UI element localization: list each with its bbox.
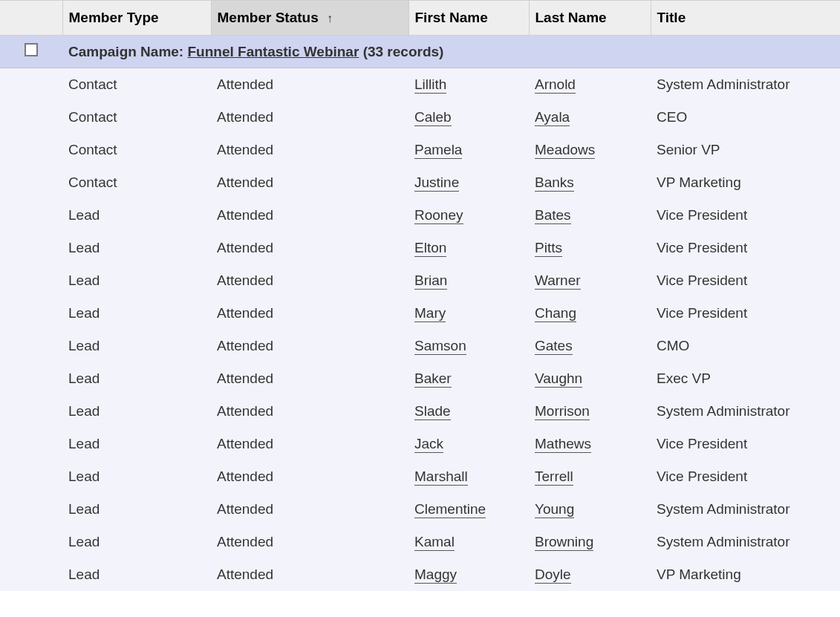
group-name-link[interactable]: Funnel Fantastic Webinar (187, 44, 359, 59)
cell-last-name: Bates (529, 199, 651, 232)
first-name-link[interactable]: Rooney (414, 207, 463, 224)
first-name-link[interactable]: Justine (414, 174, 459, 192)
last-name-link[interactable]: Mathews (535, 436, 591, 453)
cell-last-name: Ayala (529, 101, 651, 134)
group-checkbox[interactable] (25, 43, 38, 56)
last-name-link[interactable]: Warner (535, 272, 581, 290)
table-header-row: Member Type Member Status ↑ First Name L… (0, 1, 840, 36)
first-name-link[interactable]: Slade (414, 403, 451, 420)
last-name-link[interactable]: Young (535, 501, 574, 518)
first-name-link[interactable]: Kamal (414, 534, 455, 551)
last-name-link[interactable]: Vaughn (535, 370, 582, 388)
cell-first-name: Pamela (408, 134, 529, 166)
first-name-link[interactable]: Maggy (414, 567, 457, 584)
row-checkbox-cell (0, 526, 62, 558)
last-name-link[interactable]: Arnold (535, 76, 576, 94)
first-name-link[interactable]: Samson (414, 338, 466, 355)
cell-title: CEO (651, 101, 840, 134)
cell-title: Vice President (651, 232, 840, 264)
cell-last-name: Vaughn (529, 362, 651, 395)
cell-member-type: Lead (62, 526, 211, 558)
cell-title: System Administrator (651, 493, 840, 526)
cell-member-type: Lead (62, 362, 211, 395)
row-checkbox-cell (0, 558, 62, 591)
cell-last-name: Doyle (529, 558, 651, 591)
cell-first-name: Jack (408, 428, 529, 460)
cell-last-name: Chang (529, 297, 651, 330)
cell-title: VP Marketing (651, 166, 840, 199)
first-name-link[interactable]: Lillith (414, 76, 446, 94)
cell-last-name: Warner (529, 264, 651, 297)
cell-title: Vice President (651, 460, 840, 493)
cell-member-type: Contact (62, 68, 211, 102)
last-name-link[interactable]: Gates (535, 338, 573, 355)
cell-title: System Administrator (651, 526, 840, 558)
cell-title: VP Marketing (651, 558, 840, 591)
first-name-link[interactable]: Pamela (414, 142, 462, 159)
col-first-name[interactable]: First Name (408, 1, 529, 36)
last-name-link[interactable]: Pitts (535, 240, 562, 257)
first-name-link[interactable]: Brian (414, 272, 447, 290)
last-name-link[interactable]: Banks (535, 174, 574, 192)
cell-title: CMO (651, 330, 840, 362)
cell-title: Senior VP (651, 134, 840, 166)
first-name-link[interactable]: Caleb (414, 109, 452, 126)
last-name-link[interactable]: Meadows (535, 142, 595, 159)
first-name-link[interactable]: Marshall (414, 469, 468, 486)
cell-member-status: Attended (211, 558, 408, 591)
table-row: ContactAttendedLillithArnoldSystem Admin… (0, 68, 840, 102)
cell-title: System Administrator (651, 68, 840, 102)
cell-member-type: Lead (62, 264, 211, 297)
cell-member-status: Attended (211, 493, 408, 526)
last-name-link[interactable]: Terrell (535, 469, 573, 486)
report-table: Member Type Member Status ↑ First Name L… (0, 0, 840, 591)
first-name-link[interactable]: Clementine (414, 501, 486, 518)
cell-first-name: Kamal (408, 526, 529, 558)
row-checkbox-cell (0, 199, 62, 232)
cell-member-status: Attended (211, 166, 408, 199)
row-checkbox-cell (0, 428, 62, 460)
row-checkbox-cell (0, 395, 62, 428)
cell-member-type: Lead (62, 330, 211, 362)
table-row: LeadAttendedKamalBrowningSystem Administ… (0, 526, 840, 558)
row-checkbox-cell (0, 330, 62, 362)
col-last-name[interactable]: Last Name (529, 1, 651, 36)
last-name-link[interactable]: Bates (535, 207, 571, 224)
cell-first-name: Brian (408, 264, 529, 297)
cell-first-name: Marshall (408, 460, 529, 493)
cell-last-name: Morrison (529, 395, 651, 428)
first-name-link[interactable]: Mary (414, 305, 446, 322)
last-name-link[interactable]: Morrison (535, 403, 590, 420)
cell-last-name: Pitts (529, 232, 651, 264)
first-name-link[interactable]: Baker (414, 370, 452, 388)
cell-member-type: Lead (62, 558, 211, 591)
cell-first-name: Lillith (408, 68, 529, 102)
col-title[interactable]: Title (651, 1, 840, 36)
table-row: LeadAttendedJackMathewsVice President (0, 428, 840, 460)
first-name-link[interactable]: Elton (414, 240, 446, 257)
cell-last-name: Mathews (529, 428, 651, 460)
last-name-link[interactable]: Chang (535, 305, 576, 322)
col-member-status[interactable]: Member Status ↑ (211, 1, 408, 36)
last-name-link[interactable]: Doyle (535, 567, 571, 584)
cell-member-type: Lead (62, 232, 211, 264)
row-checkbox-cell (0, 362, 62, 395)
row-checkbox-cell (0, 493, 62, 526)
cell-title: Vice President (651, 428, 840, 460)
cell-first-name: Maggy (408, 558, 529, 591)
last-name-link[interactable]: Browning (535, 534, 593, 551)
cell-first-name: Rooney (408, 199, 529, 232)
table-row: LeadAttendedEltonPittsVice President (0, 232, 840, 264)
cell-member-type: Lead (62, 297, 211, 330)
cell-first-name: Mary (408, 297, 529, 330)
cell-last-name: Banks (529, 166, 651, 199)
last-name-link[interactable]: Ayala (535, 109, 570, 126)
table-row: LeadAttendedMarshallTerrellVice Presiden… (0, 460, 840, 493)
first-name-link[interactable]: Jack (414, 436, 443, 453)
sort-ascending-icon: ↑ (327, 12, 333, 25)
cell-member-status: Attended (211, 395, 408, 428)
col-member-type[interactable]: Member Type (62, 1, 211, 36)
row-checkbox-cell (0, 297, 62, 330)
cell-member-type: Lead (62, 199, 211, 232)
table-row: LeadAttendedMaggyDoyleVP Marketing (0, 558, 840, 591)
